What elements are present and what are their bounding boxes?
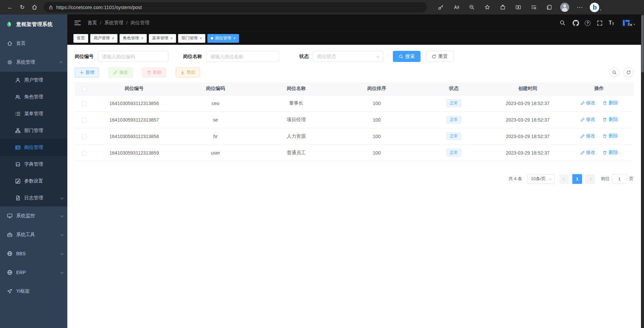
tab-role[interactable]: 角色管理× (120, 34, 147, 43)
tab-user[interactable]: 用户管理× (90, 34, 117, 43)
chevron-down-icon (60, 214, 64, 217)
tab-dept[interactable]: 部门管理× (178, 34, 205, 43)
collections-icon[interactable] (543, 2, 555, 13)
help-icon[interactable]: ? (585, 20, 590, 26)
close-icon[interactable]: × (141, 36, 143, 40)
prev-page-button[interactable] (560, 174, 569, 184)
favorites-bar-icon[interactable] (528, 2, 539, 13)
copilot-bing-icon[interactable]: b▾ (590, 2, 601, 13)
breadcrumb-home[interactable]: 首页 (88, 20, 97, 26)
browser-menu-icon[interactable]: ⋯ (574, 2, 586, 13)
row-checkbox[interactable] (82, 101, 87, 106)
row-checkbox[interactable] (82, 118, 87, 123)
table-row: 1641030593112313859 user 普通员工 100 正常 202… (75, 144, 634, 161)
goto-unit: 页 (629, 176, 634, 182)
address-bar[interactable]: https://ccnetcore.com:1101/system/post (44, 2, 427, 12)
edit-button[interactable]: 修改 (108, 67, 133, 77)
chevron-right-icon (588, 177, 592, 181)
monitor-icon (7, 213, 12, 219)
row-checkbox[interactable] (82, 151, 87, 156)
row-delete-link[interactable]: 删除 (603, 133, 618, 139)
row-edit-link[interactable]: 修改 (580, 117, 596, 123)
sidebar-item-yi[interactable]: Yi框架 (0, 282, 67, 301)
next-page-button[interactable] (585, 174, 595, 184)
close-icon[interactable]: × (200, 36, 202, 40)
sidebar-item-tools[interactable]: 系统工具 (0, 225, 67, 244)
page-number-1[interactable]: 1 (572, 174, 582, 184)
fullscreen-icon[interactable] (596, 19, 604, 27)
send-icon (7, 289, 12, 294)
font-size-icon[interactable]: TT (609, 20, 614, 26)
sidebar-item-system[interactable]: 系统管理 (0, 53, 67, 72)
sidebar-item-user[interactable]: 用户管理 (0, 72, 67, 89)
scrollbar-thumb[interactable] (641, 15, 644, 72)
screen: ← ↻ https://ccnetcore.com:1101/system/po… (0, 0, 644, 328)
github-icon[interactable] (572, 19, 580, 27)
post-code-label: 岗位编号 (75, 54, 94, 60)
row-delete-link[interactable]: 删除 (603, 100, 618, 106)
close-icon[interactable]: × (233, 36, 236, 40)
row-edit-link[interactable]: 修改 (580, 100, 596, 106)
tab-home[interactable]: 首页 (73, 34, 88, 43)
status-select[interactable]: 岗位状态 (313, 51, 383, 62)
sidebar-item-post[interactable]: 岗位管理 (0, 139, 67, 156)
sidebar-item-bbs[interactable]: BBS (0, 244, 67, 263)
sidebar-item-param[interactable]: 参数设置 (0, 173, 67, 190)
sidebar-item-monitor[interactable]: 系统监控 (0, 206, 67, 225)
user-logo[interactable]: ▾ (621, 19, 635, 27)
reset-button[interactable]: 重置 (426, 51, 453, 62)
breadcrumb-system[interactable]: 系统管理 (104, 20, 123, 26)
table-header-row: 岗位编号 岗位编码 岗位名称 岗位排序 状态 创建时间 操作 (75, 82, 634, 95)
list-icon (15, 111, 21, 117)
read-aloud-icon[interactable] (450, 2, 462, 13)
delete-button[interactable]: 删除 (142, 67, 166, 77)
page-size-select[interactable]: 10条/页 (528, 174, 555, 184)
profile-avatar[interactable] (559, 2, 570, 13)
home-button[interactable] (28, 2, 40, 13)
export-button[interactable]: 导出 (176, 67, 200, 77)
zoom-icon[interactable] (466, 2, 477, 13)
sidebar-item-role[interactable]: 角色管理 (0, 89, 67, 105)
toolbox-icon (7, 232, 12, 238)
row-edit-link[interactable]: 修改 (580, 150, 596, 156)
sidebar-item-log[interactable]: 日志管理 (0, 190, 67, 206)
add-button[interactable]: 新增 (75, 67, 99, 77)
row-delete-link[interactable]: 删除 (603, 150, 618, 156)
close-icon[interactable]: × (170, 36, 173, 40)
status-badge: 正常 (446, 149, 461, 157)
row-checkbox[interactable] (82, 134, 87, 139)
tab-post[interactable]: 岗位管理× (207, 34, 239, 43)
favorite-add-icon[interactable] (481, 2, 493, 13)
tab-menu[interactable]: 菜单管理× (149, 34, 176, 43)
hamburger-icon[interactable] (73, 19, 81, 27)
post-name-input[interactable] (206, 51, 279, 62)
search-icon[interactable] (558, 19, 567, 27)
back-button[interactable]: ← (4, 2, 16, 13)
show-search-button[interactable] (609, 67, 619, 77)
refresh-table-button[interactable] (623, 67, 634, 77)
close-icon[interactable]: × (112, 36, 114, 40)
refresh-button[interactable]: ↻ (16, 2, 28, 13)
status-label: 状态 (299, 54, 309, 60)
row-delete-link[interactable]: 删除 (603, 117, 618, 123)
sidebar-item-erp[interactable]: ERP (0, 263, 67, 282)
chevron-down-icon (60, 252, 64, 255)
sidebar-item-menu[interactable]: 菜单管理 (0, 105, 67, 122)
globe-icon (7, 251, 12, 257)
sidebar-item-dict[interactable]: 字典管理 (0, 156, 67, 173)
col-post-sort: 岗位排序 (337, 82, 417, 95)
select-all-checkbox[interactable] (82, 87, 87, 91)
password-key-icon[interactable] (435, 2, 446, 13)
post-code-input[interactable] (98, 51, 168, 62)
row-edit-link[interactable]: 修改 (580, 133, 596, 139)
tags-bar: 首页 用户管理× 角色管理× 菜单管理× 部门管理× 岗位管理× (67, 31, 641, 45)
split-screen-icon[interactable] (512, 2, 524, 13)
search-button[interactable]: 搜索 (393, 51, 420, 62)
sidebar-item-home[interactable]: 首页 (0, 34, 67, 53)
sidebar-item-dept[interactable]: 部门管理 (0, 122, 67, 139)
browser-scrollbar[interactable] (641, 14, 644, 328)
extension-icon[interactable] (497, 2, 508, 13)
goto-page-input[interactable] (612, 174, 627, 184)
url-text: https://ccnetcore.com:1101/system/post (56, 5, 142, 10)
col-ops: 操作 (565, 82, 634, 95)
